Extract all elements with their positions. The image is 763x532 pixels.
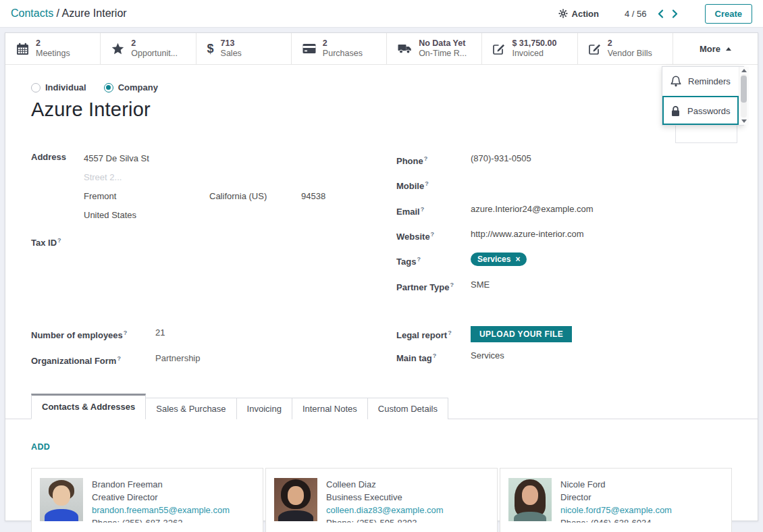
record-pager-count: 4 / 56: [625, 9, 647, 19]
website-field[interactable]: http://www.azure-interior.com: [471, 228, 732, 241]
street-field[interactable]: 4557 De Silva St: [84, 152, 367, 165]
menu-item-reminders[interactable]: Reminders: [662, 67, 739, 96]
credit-card-icon: [302, 43, 316, 54]
opportunities-count: 2: [131, 38, 178, 49]
scroll-up-icon[interactable]: [741, 69, 747, 72]
reminders-label: Reminders: [688, 76, 731, 86]
contact-name: Colleen Diaz: [326, 478, 444, 491]
form-left-column-2: Number of employees? 21 Organizational F…: [31, 326, 367, 378]
on-time-rate-label: On-Time R...: [419, 49, 467, 59]
tag-services[interactable]: Services ×: [471, 252, 527, 266]
email-label: Email?: [396, 203, 461, 219]
stat-button-invoiced[interactable]: $ 31,750.00 Invoiced: [482, 33, 577, 64]
contact-email-link[interactable]: brandon.freeman55@example.com: [92, 504, 230, 516]
phone-field[interactable]: (870)-931-0505: [471, 152, 732, 165]
company-type-radios: Individual Company: [31, 82, 732, 92]
stat-button-on-time-rate[interactable]: No Data Yet On-Time R...: [387, 33, 482, 64]
stat-button-opportunities[interactable]: 2 Opportunit...: [101, 33, 196, 64]
partner-type-field[interactable]: SME: [471, 278, 732, 292]
zip-field[interactable]: 94538: [301, 190, 367, 203]
mobile-field[interactable]: [471, 177, 732, 190]
contact-card-nicole-ford[interactable]: Nicole Ford Director nicole.ford75@examp…: [500, 468, 732, 532]
action-menu-button[interactable]: Action: [558, 9, 599, 19]
help-icon: ?: [433, 352, 437, 359]
contact-card-brandon-freeman[interactable]: Brandon Freeman Creative Director brando…: [31, 468, 263, 532]
help-icon: ?: [57, 237, 61, 244]
add-contact-button[interactable]: ADD: [31, 442, 50, 452]
star-icon: [111, 43, 124, 55]
stat-button-purchases[interactable]: 2 Purchases: [292, 33, 387, 64]
notebook-tabs: Contacts & Addresses Sales & Purchase In…: [5, 394, 758, 419]
breadcrumb-separator: /: [57, 7, 62, 19]
tab-sales-purchase[interactable]: Sales & Purchase: [145, 398, 236, 419]
contact-name: Brandon Freeman: [92, 478, 230, 491]
scroll-down-icon[interactable]: [741, 119, 747, 123]
edit-icon: [589, 43, 601, 55]
tab-internal-notes[interactable]: Internal Notes: [292, 398, 368, 419]
form-right-column: Phone? (870)-931-0505 Mobile? Email? azu…: [396, 152, 732, 303]
help-icon: ?: [424, 155, 428, 162]
opportunities-label: Opportunit...: [131, 49, 178, 59]
contact-job-title: Director: [560, 491, 672, 504]
passwords-label: Passwords: [687, 106, 731, 116]
phone-label: Phone?: [396, 152, 461, 168]
help-icon: ?: [448, 329, 452, 336]
stat-button-sales[interactable]: $ 713 Sales: [196, 33, 292, 64]
org-form-field[interactable]: Partnership: [155, 352, 367, 368]
radio-individual[interactable]: Individual: [31, 82, 86, 92]
tab-contacts-addresses[interactable]: Contacts & Addresses: [31, 394, 146, 419]
employees-field[interactable]: 21: [155, 326, 367, 342]
upload-file-button[interactable]: UPLOAD YOUR FILE: [471, 326, 572, 342]
tab-invoicing[interactable]: Invoicing: [236, 398, 292, 419]
pager-next-button[interactable]: [672, 9, 678, 18]
control-panel: Contacts / Azure Interior Action 4 / 56: [0, 0, 763, 28]
contact-email-link[interactable]: colleen.diaz83@example.com: [326, 504, 444, 516]
legal-report-label: Legal report?: [396, 326, 461, 342]
on-time-rate-value: No Data Yet: [419, 38, 467, 49]
contact-email-link[interactable]: nicole.ford75@example.com: [560, 504, 672, 516]
contacts-addresses-panel: ADD Brandon Freeman Creative Director br…: [5, 419, 758, 532]
scrollbar-track[interactable]: [741, 74, 747, 117]
tag-remove-icon[interactable]: ×: [515, 254, 520, 265]
purchases-count: 2: [323, 38, 363, 49]
employees-label: Number of employees?: [31, 326, 147, 342]
contact-job-title: Creative Director: [92, 491, 230, 504]
street2-field[interactable]: Street 2...: [84, 171, 367, 184]
main-tag-field[interactable]: Services: [471, 349, 732, 363]
more-dropdown-button[interactable]: More: [673, 33, 758, 64]
radio-company[interactable]: Company: [104, 82, 158, 92]
contact-photo: [274, 478, 317, 521]
radio-individual-circle[interactable]: [31, 83, 41, 92]
email-field[interactable]: azure.Interior24@example.com: [471, 203, 732, 216]
more-label: More: [700, 44, 720, 54]
main-tag-label: Main tag?: [396, 349, 461, 365]
action-label: Action: [572, 9, 599, 19]
stat-button-vendor-bills[interactable]: 2 Vendor Bills: [578, 33, 673, 64]
edit-icon: [493, 43, 505, 55]
state-field[interactable]: California (US): [209, 190, 290, 203]
country-field[interactable]: United States: [84, 209, 367, 222]
pager-previous-button[interactable]: [658, 9, 664, 18]
scrollbar-thumb[interactable]: [741, 76, 747, 103]
record-sheet: 2 Meetings 2 Opportunit... $ 713 Sales: [5, 32, 758, 521]
dropdown-scrollbar[interactable]: [739, 67, 749, 125]
truck-icon: [398, 43, 412, 54]
radio-company-circle[interactable]: [104, 83, 113, 92]
breadcrumb-contacts-link[interactable]: Contacts: [11, 7, 53, 19]
contact-name: Nicole Ford: [560, 478, 672, 491]
contact-phone: Phone: (355)-687-3262: [92, 516, 230, 523]
invoiced-amount: $ 31,750.00: [512, 38, 556, 49]
page-title[interactable]: Azure Interior: [31, 99, 732, 121]
menu-item-passwords[interactable]: Passwords: [662, 96, 739, 125]
partner-type-label: Partner Type?: [396, 278, 461, 294]
create-button[interactable]: Create: [705, 4, 752, 24]
help-icon: ?: [425, 180, 429, 187]
tab-custom-details[interactable]: Custom Details: [367, 398, 448, 419]
tags-label: Tags?: [396, 252, 461, 269]
contact-photo: [508, 478, 552, 521]
city-field[interactable]: Fremont: [84, 190, 199, 203]
stat-button-meetings[interactable]: 2 Meetings: [5, 33, 101, 64]
help-icon: ?: [117, 355, 121, 362]
contact-card-colleen-diaz[interactable]: Colleen Diaz Business Executive colleen.…: [265, 468, 498, 532]
website-label: Website?: [396, 228, 461, 244]
